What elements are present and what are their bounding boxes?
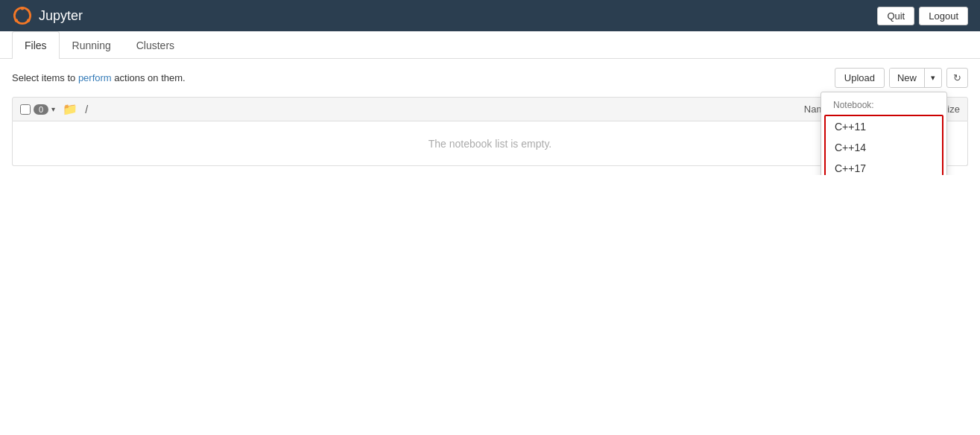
tab-files[interactable]: Files — [12, 31, 60, 59]
main-content: Select items to perform actions on them.… — [0, 59, 980, 175]
action-bar: Select items to perform actions on them.… — [12, 68, 968, 88]
tab-running[interactable]: Running — [60, 31, 124, 59]
app-title: Jupyter — [39, 8, 83, 24]
notebook-cpp11[interactable]: C++11 — [826, 116, 942, 137]
navbar: Jupyter Quit Logout — [0, 0, 980, 31]
select-all-checkbox[interactable] — [20, 104, 31, 115]
svg-point-1 — [21, 7, 24, 10]
toolbar-right: Upload New ▾ ↻ Notebook: C++11 C++14 C++… — [835, 68, 968, 88]
select-dropdown-caret[interactable]: ▾ — [51, 105, 55, 113]
select-info: Select items to perform actions on them. — [12, 72, 186, 83]
logout-button[interactable]: Logout — [919, 7, 968, 25]
new-button-group: New ▾ — [889, 68, 942, 88]
notebook-cpp17[interactable]: C++17 — [826, 158, 942, 175]
select-all-area: 0 ▾ — [20, 104, 55, 115]
folder-icon: 📁 — [63, 102, 78, 116]
refresh-button[interactable]: ↻ — [946, 68, 968, 88]
tabs-bar: Files Running Clusters — [0, 31, 980, 59]
cpp-notebook-group: C++11 C++14 C++17 — [824, 115, 943, 175]
empty-message: The notebook list is empty. — [414, 123, 566, 165]
new-dropdown-menu: Notebook: C++11 C++14 C++17 Python 3 (ip… — [821, 92, 947, 175]
svg-point-2 — [15, 19, 18, 22]
perform-link[interactable]: perform — [78, 72, 112, 83]
item-count-badge: 0 — [34, 104, 48, 115]
quit-button[interactable]: Quit — [877, 7, 914, 25]
brand: Jupyter — [12, 5, 83, 26]
new-dropdown-caret[interactable]: ▾ — [925, 69, 941, 86]
notebook-cpp14[interactable]: C++14 — [826, 137, 942, 158]
path-label: / — [85, 104, 88, 115]
tab-clusters[interactable]: Clusters — [124, 31, 187, 59]
upload-button[interactable]: Upload — [835, 68, 885, 88]
new-button[interactable]: New — [890, 69, 925, 87]
notebook-section-label: Notebook: — [821, 95, 946, 113]
jupyter-logo-icon — [12, 5, 33, 26]
navbar-buttons: Quit Logout — [877, 7, 968, 25]
svg-point-3 — [27, 19, 30, 22]
